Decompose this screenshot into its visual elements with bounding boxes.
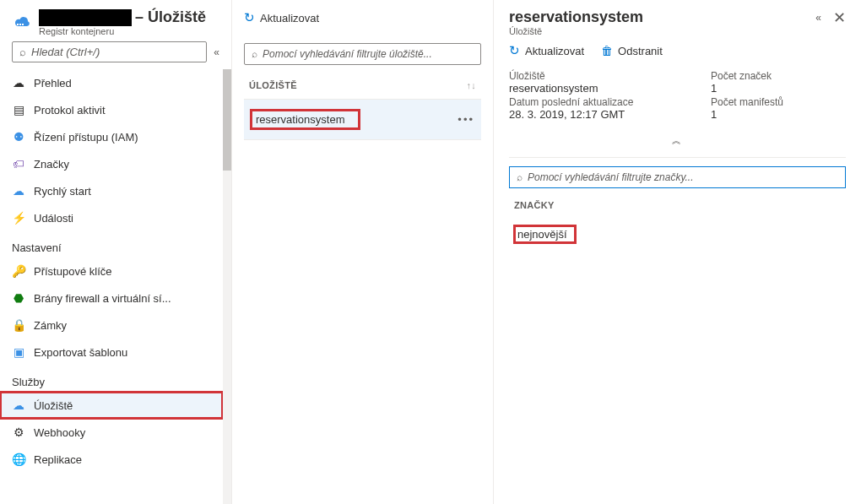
activity-log-icon: ▤: [12, 103, 25, 117]
prop-updated-label: Datum poslední aktualizace: [509, 96, 711, 108]
delete-icon: 🗑: [601, 44, 613, 57]
prop-manifests-label: Počet manifestů: [711, 96, 846, 108]
nav-locks[interactable]: 🔒Zámky: [0, 312, 223, 339]
sidebar-panel: – Úložiště Registr kontejneru ⌕ Hledat (…: [0, 0, 232, 504]
search-icon: ⌕: [252, 48, 257, 60]
nav-firewall[interactable]: ⬣Brány firewall a virtuální sí...: [0, 285, 223, 312]
webhooks-icon: ⚙: [12, 425, 25, 439]
redacted-name: [39, 9, 132, 26]
nav-repositories[interactable]: ☁Úložiště: [0, 392, 223, 419]
nav-webhooks[interactable]: ⚙Webhooky: [0, 419, 223, 446]
nav-access-keys[interactable]: 🔑Přístupové klíče: [0, 257, 223, 285]
access-control-icon: ⚉: [12, 130, 25, 144]
nav-replications[interactable]: 🌐Replikace: [0, 446, 223, 473]
nav-access-control[interactable]: ⚉Řízení přístupu (IAM): [0, 123, 223, 150]
panel-title: – Úložiště: [39, 8, 206, 26]
repositories-column-header[interactable]: ÚLOŽIŠTĚ ↑↓: [244, 77, 481, 100]
nav-activity-log[interactable]: ▤Protokol aktivit: [0, 96, 223, 123]
sidebar-scrollbar[interactable]: [223, 69, 231, 504]
search-icon: ⌕: [19, 46, 26, 58]
repository-row-menu[interactable]: •••: [458, 113, 474, 126]
close-detail-icon[interactable]: ✕: [833, 8, 846, 27]
filter-repositories-input[interactable]: ⌕ Pomocí vyhledávání filtrujte úložiště.…: [244, 43, 481, 65]
nav-export-template[interactable]: ▣Exportovat šablonu: [0, 339, 223, 366]
repository-detail-panel: reservationsystem Úložiště « ✕ ↻ Aktuali…: [494, 0, 861, 504]
sidebar-scrollbar-thumb[interactable]: [223, 69, 231, 171]
svg-rect-2: [22, 24, 24, 25]
refresh-detail-button[interactable]: ↻ Aktualizovat: [509, 43, 584, 58]
sidebar-search-input[interactable]: ⌕ Hledat (Ctrl+/): [12, 41, 207, 62]
prop-manifests-value: 1: [711, 108, 846, 121]
sort-icon[interactable]: ↑↓: [466, 80, 476, 90]
filter-tags-input[interactable]: ⌕ Pomocí vyhledávání filtrujte značky...: [509, 166, 846, 188]
collapse-sidebar-icon[interactable]: «: [214, 46, 219, 58]
tags-icon: 🏷: [12, 157, 25, 171]
refresh-icon: ↻: [244, 10, 255, 25]
prop-tagcount-label: Počet značek: [711, 70, 846, 82]
repositories-toolbar: ↻ Aktualizovat: [232, 0, 493, 36]
repository-name: reservationsystem: [251, 110, 360, 129]
detail-title: reservationsystem: [509, 8, 643, 26]
nav-events[interactable]: ⚡Události: [0, 204, 223, 231]
lock-icon: 🔒: [12, 318, 25, 332]
replications-icon: 🌐: [12, 453, 25, 466]
delete-repository-button[interactable]: 🗑 Odstranit: [601, 44, 663, 57]
nav-section-settings: Nastavení: [0, 231, 223, 257]
events-icon: ⚡: [12, 211, 25, 225]
prop-tagcount-value: 1: [711, 82, 846, 95]
keys-icon: 🔑: [12, 264, 25, 278]
tag-row[interactable]: nejnovější: [509, 217, 846, 252]
panel-header: – Úložiště Registr kontejneru: [0, 0, 231, 41]
tags-column-header: ZNAČKY: [509, 200, 846, 217]
panel-subtitle: Registr kontejneru: [39, 26, 206, 36]
detail-toolbar: ↻ Aktualizovat 🗑 Odstranit: [494, 36, 861, 70]
nav-quickstart[interactable]: ☁Rychlý start: [0, 177, 223, 204]
refresh-icon: ↻: [509, 43, 520, 58]
repositories-panel: ↻ Aktualizovat ⌕ Pomocí vyhledávání filt…: [232, 0, 494, 504]
prop-updated-value: 28. 3. 2019, 12:17 GMT: [509, 108, 711, 121]
expand-collapse-properties[interactable]: ︽: [509, 129, 846, 158]
nav-section-services: Služby: [0, 366, 223, 392]
firewall-icon: ⬣: [12, 291, 25, 305]
prop-repo-value: reservationsystem: [509, 82, 711, 95]
collapse-detail-icon[interactable]: «: [815, 12, 821, 24]
repositories-icon: ☁: [12, 398, 25, 412]
svg-rect-0: [17, 24, 19, 25]
nav-tags[interactable]: 🏷Značky: [0, 150, 223, 177]
detail-subtitle: Úložiště: [509, 26, 643, 36]
quickstart-icon: ☁: [12, 184, 25, 198]
svg-rect-1: [19, 24, 21, 25]
container-registry-icon: [12, 12, 32, 29]
overview-icon: ☁: [12, 76, 25, 89]
tag-name: nejnovější: [514, 225, 576, 243]
repository-row[interactable]: reservationsystem •••: [244, 100, 481, 140]
prop-repo-label: Úložiště: [509, 70, 711, 82]
export-icon: ▣: [12, 345, 25, 359]
refresh-repositories-button[interactable]: ↻ Aktualizovat: [244, 10, 319, 25]
search-icon: ⌕: [517, 171, 523, 183]
nav-overview[interactable]: ☁Přehled: [0, 69, 223, 96]
detail-properties: Úložiště reservationsystem Počet značek …: [494, 70, 861, 129]
